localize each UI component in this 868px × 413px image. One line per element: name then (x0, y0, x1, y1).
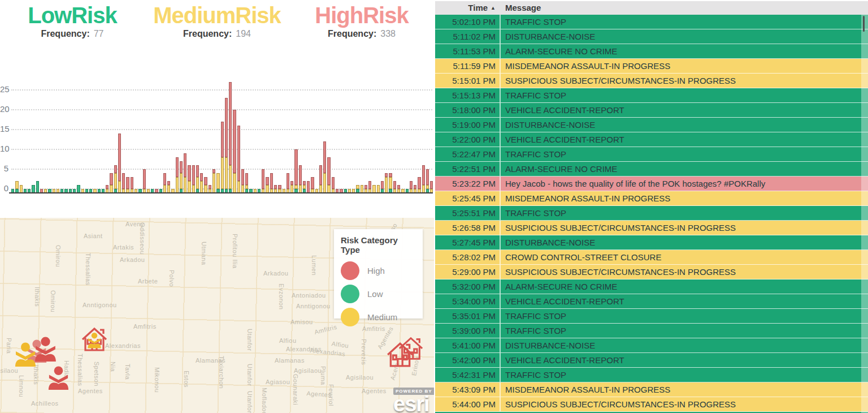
table-row-low-risk[interactable]: 5:11:02 PMDISTURBANCE-NOISE (435, 29, 868, 44)
chart-bar[interactable] (192, 165, 195, 193)
table-row-medium-risk[interactable]: 5:44:00 PMSUSPICIOUS SUBJECT/CIRCUMSTANC… (435, 397, 868, 412)
high-risk-person-marker[interactable] (46, 365, 71, 390)
chart-bar[interactable] (77, 185, 80, 193)
chart-bar[interactable] (372, 185, 375, 193)
table-row-low-risk[interactable]: 5:34:00 PMVEHICLE ACCIDENT-REPORT (435, 294, 868, 309)
table-row-low-risk[interactable]: 5:35:01 PMTRAFFIC STOP (435, 309, 868, 324)
chart-bar[interactable] (361, 185, 363, 193)
chart-bar[interactable] (266, 177, 268, 193)
chart-bar[interactable] (311, 177, 314, 193)
chart-bar[interactable] (163, 173, 166, 193)
chart-bar[interactable] (184, 153, 186, 193)
house-with-person-marker[interactable] (80, 325, 108, 353)
chart-bar[interactable] (303, 181, 306, 193)
table-row-medium-risk[interactable]: 5:25:45 PMMISDEMEANOR ASSAULT-IN PROGRES… (435, 191, 868, 206)
chart-bar[interactable] (200, 173, 203, 193)
table-row-low-risk[interactable]: 5:42:00 PMVEHICLE ACCIDENT-REPORT (435, 353, 868, 368)
chart-bar[interactable] (270, 173, 273, 193)
chart-bar[interactable] (414, 185, 416, 193)
chart-bar[interactable] (180, 161, 183, 193)
chart-bar[interactable] (221, 122, 224, 193)
table-row-medium-risk[interactable]: 5:11:59 PMMISDEMEANOR ASSAULT-IN PROGRES… (435, 59, 868, 74)
chart-bar[interactable] (106, 185, 108, 193)
scrollbar-track[interactable] (861, 15, 868, 413)
column-header-message[interactable]: Message (501, 1, 868, 15)
chart-bar[interactable] (381, 181, 384, 193)
table-row-medium-risk[interactable]: 5:29:00 PMSUSPICIOUS SUBJECT/CIRCUMSTANC… (435, 265, 868, 279)
table-row-medium-risk[interactable]: 5:28:02 PMCROWD CONTROL-STREET CLOSURE (435, 250, 868, 265)
chart-bar[interactable] (196, 165, 199, 193)
chart-bar[interactable] (20, 185, 23, 193)
chart-bar[interactable] (430, 181, 433, 193)
chart-bar[interactable] (237, 126, 240, 193)
chart-bar[interactable] (364, 185, 367, 193)
chart-bar[interactable] (188, 165, 190, 193)
chart-bar[interactable] (377, 185, 380, 193)
chart-bar[interactable] (323, 141, 326, 193)
table-row-low-risk[interactable]: 5:15:13 PMTRAFFIC STOP (435, 88, 868, 103)
chart-bar[interactable] (294, 149, 297, 193)
table-row-low-risk[interactable]: 5:02:10 PMTRAFFIC STOP (435, 15, 868, 29)
table-row-low-risk[interactable]: 5:32:00 PMALARM-SECURE NO CRIME (435, 279, 868, 294)
chart-bar[interactable] (422, 165, 425, 193)
chart-bar[interactable] (418, 177, 420, 193)
chart-bar[interactable] (32, 185, 34, 193)
chart-bar[interactable] (143, 169, 146, 193)
chart-bar[interactable] (397, 185, 400, 193)
chart-bar[interactable] (262, 169, 264, 193)
chart-bar[interactable] (241, 169, 244, 193)
chart-bar[interactable] (410, 181, 413, 193)
chart-bar[interactable] (36, 181, 39, 193)
chart-bar[interactable] (307, 181, 310, 193)
table-row-medium-risk[interactable]: 5:43:09 PMMISDEMEANOR ASSAULT-IN PROGRES… (435, 382, 868, 397)
chart-bar[interactable] (233, 110, 236, 193)
table-row-low-risk[interactable]: 5:11:53 PMALARM-SECURE NO CRIME (435, 44, 868, 59)
chart-bar[interactable] (356, 185, 359, 193)
chart-bar[interactable] (327, 157, 330, 193)
chart-bar[interactable] (110, 173, 112, 193)
chart-bar[interactable] (278, 185, 281, 193)
chart-bar[interactable] (290, 181, 293, 193)
chart-bar[interactable] (319, 165, 322, 193)
chart-bar[interactable] (167, 181, 170, 193)
chart-bar[interactable] (385, 173, 388, 193)
table-row-low-risk[interactable]: 5:42:31 PMTRAFFIC STOP (435, 368, 868, 382)
high-risk-house-marker[interactable] (385, 339, 415, 369)
chart-bar[interactable] (274, 185, 277, 193)
chart-bar[interactable] (299, 165, 302, 193)
chart-bar[interactable] (287, 173, 289, 193)
chart-bar[interactable] (225, 98, 228, 193)
chart-bar[interactable] (229, 82, 232, 193)
chart-bar[interactable] (118, 134, 121, 193)
chart-bar[interactable] (245, 173, 248, 193)
table-row-low-risk[interactable]: 5:39:00 PMTRAFFIC STOP (435, 324, 868, 338)
chart-bar[interactable] (114, 165, 117, 193)
table-row-low-risk[interactable]: 5:19:00 PMDISTURBANCE-NOISE (435, 118, 868, 132)
table-row-low-risk[interactable]: 5:22:00 PMVEHICLE ACCIDENT-REPORT (435, 132, 868, 147)
table-row-medium-risk[interactable]: 5:26:58 PMSUSPICIOUS SUBJECT/CIRCUMSTANC… (435, 221, 868, 235)
table-row-medium-risk[interactable]: 5:15:01 PMSUSPICIOUS SUBJECT/CIRCUMSTANC… (435, 74, 868, 88)
chart-bar[interactable] (204, 177, 207, 193)
table-row-low-risk[interactable]: 5:22:51 PMALARM-SECURE NO CRIME (435, 162, 868, 177)
table-row-low-risk[interactable]: 5:25:51 PMTRAFFIC STOP (435, 206, 868, 221)
chart-bar[interactable] (209, 185, 211, 193)
chart-bar[interactable] (216, 173, 219, 193)
chart-bar[interactable] (131, 177, 133, 193)
table-row-low-risk[interactable]: 5:41:00 PMDISTURBANCE-NOISE (435, 338, 868, 353)
chart-bar[interactable] (212, 169, 215, 193)
chart-bar[interactable] (389, 173, 392, 193)
column-header-time[interactable]: Time▲ (435, 1, 500, 15)
chart-bar[interactable] (368, 181, 371, 193)
chart-bar[interactable] (332, 177, 335, 193)
table-row-low-risk[interactable]: 5:18:00 PMVEHICLE ACCIDENT-REPORT (435, 103, 868, 118)
map[interactable]: AvenyAsiantArtakisArkadouArkadouArbeteAn… (0, 218, 434, 413)
scrollbar-thumb[interactable] (863, 16, 865, 32)
table-row-high-risk[interactable]: 5:23:22 PMHey Jacob - hows the quality o… (435, 177, 868, 191)
chart-bar[interactable] (126, 177, 129, 193)
chart-bar[interactable] (426, 169, 429, 193)
chart-bar[interactable] (15, 181, 18, 193)
chart-bar[interactable] (393, 181, 396, 193)
table-row-low-risk[interactable]: 5:22:47 PMTRAFFIC STOP (435, 147, 868, 162)
chart-bar[interactable] (176, 157, 179, 193)
medium-risk-person-marker[interactable] (13, 342, 38, 367)
